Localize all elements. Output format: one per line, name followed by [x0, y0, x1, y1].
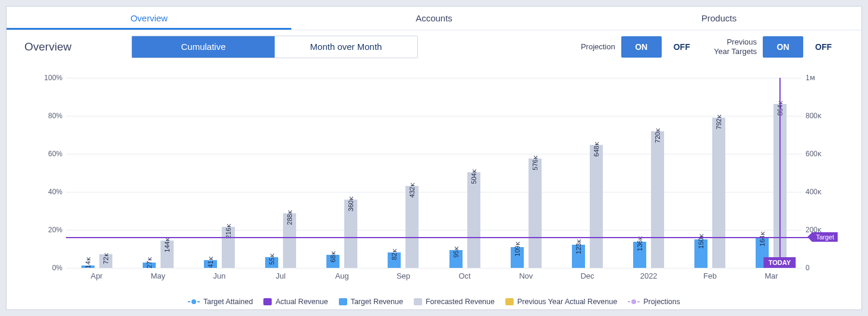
bar-target-revenue[interactable]: 55ᴋ — [265, 257, 278, 268]
bar-target-revenue[interactable]: 27ᴋ — [143, 263, 156, 268]
y-left-tick: 20% — [36, 226, 62, 234]
y-left-tick: 80% — [36, 112, 62, 120]
legend-forecasted-revenue: Forecasted Revenue — [414, 298, 495, 306]
chart-area: 0%020%200ᴋ40%400ᴋ60%600ᴋ80%800ᴋ100%1ᴍ14ᴋ… — [30, 72, 838, 286]
month-column: 41ᴋ216ᴋJun — [188, 78, 250, 268]
bar-target-revenue[interactable]: 68ᴋ — [326, 255, 339, 268]
bar-forecasted-revenue[interactable]: 648ᴋ — [590, 145, 603, 268]
y-right-tick: 1ᴍ — [806, 74, 832, 82]
seg-mom[interactable]: Month over Month — [275, 36, 417, 58]
view-mode-segmented: Cumulative Month over Month — [131, 36, 418, 58]
month-column: 55ᴋ288ᴋJul — [250, 78, 312, 268]
bar-forecasted-revenue[interactable]: 720ᴋ — [651, 131, 664, 268]
legend-target-revenue: Target Revenue — [339, 298, 403, 306]
seg-cumulative[interactable]: Cumulative — [132, 36, 275, 58]
y-left-tick: 100% — [36, 74, 62, 82]
legend-prev-year-actual: Previous Year Actual Revenue — [505, 298, 617, 306]
month-column: 14ᴋ72ᴋApr — [66, 78, 127, 268]
projection-off[interactable]: OFF — [662, 36, 702, 58]
y-right-tick: 400ᴋ — [806, 188, 832, 196]
bar-forecasted-revenue[interactable]: 576ᴋ — [529, 159, 542, 268]
legend-swatch-icon — [188, 301, 200, 302]
legend-swatch-icon — [339, 298, 347, 305]
tab-products[interactable]: Products — [577, 7, 861, 30]
bar-forecasted-revenue[interactable]: 432ᴋ — [405, 186, 419, 268]
bar-label: 14ᴋ — [84, 257, 92, 268]
bar-forecasted-revenue[interactable]: 144ᴋ — [161, 241, 174, 268]
x-tick-label: Apr — [66, 268, 127, 280]
dashboard-card: Overview Accounts Products Overview Cumu… — [6, 6, 862, 310]
legend-swatch-icon — [505, 298, 514, 305]
bar-label: 95ᴋ — [452, 247, 460, 257]
bar-label: 792ᴋ — [715, 115, 723, 129]
bar-target-revenue[interactable]: 82ᴋ — [388, 252, 401, 268]
projection-label: Projection — [581, 42, 615, 52]
bar-label: 576ᴋ — [531, 156, 539, 170]
projection-on[interactable]: ON — [621, 36, 662, 58]
month-column: 82ᴋ432ᴋSep — [373, 78, 434, 268]
x-tick-label: Oct — [434, 268, 495, 280]
x-tick-label: Mar — [741, 268, 802, 280]
y-left-tick: 40% — [36, 188, 62, 196]
prev-year-label-l2: Year Targets — [714, 47, 757, 56]
bar-label: 504ᴋ — [470, 169, 477, 184]
month-column: 164ᴋ864ᴋMar — [741, 78, 802, 268]
x-tick-label: Nov — [495, 268, 556, 280]
y-right-tick: 600ᴋ — [806, 150, 832, 158]
bar-label: 109ᴋ — [513, 242, 521, 256]
tab-accounts[interactable]: Accounts — [291, 7, 576, 30]
bar-target-revenue[interactable]: 109ᴋ — [511, 247, 524, 268]
bar-forecasted-revenue[interactable]: 792ᴋ — [712, 118, 725, 268]
bar-target-revenue[interactable]: 150ᴋ — [694, 239, 707, 268]
bar-label: 144ᴋ — [163, 238, 171, 252]
plot-area: 0%020%200ᴋ40%400ᴋ60%600ᴋ80%800ᴋ100%1ᴍ14ᴋ… — [66, 78, 802, 268]
month-column: 27ᴋ144ᴋMay — [127, 78, 188, 268]
bar-label: 123ᴋ — [574, 239, 582, 254]
projection-toggle: ON OFF — [621, 36, 702, 58]
x-tick-label: Sep — [373, 268, 434, 280]
legend-swatch-icon — [414, 298, 422, 305]
bar-forecasted-revenue[interactable]: 360ᴋ — [344, 200, 357, 268]
bar-target-revenue[interactable]: 136ᴋ — [633, 242, 646, 268]
controls-row: Overview Cumulative Month over Month Pro… — [7, 30, 861, 64]
bar-label: 164ᴋ — [759, 232, 766, 246]
prev-year-toggle: ON OFF — [763, 36, 844, 58]
legend-swatch-icon — [263, 298, 272, 305]
projection-marker — [779, 78, 781, 268]
target-tag: Target — [812, 232, 838, 242]
legend-label: Actual Revenue — [275, 298, 328, 306]
month-column: 68ᴋ360ᴋAug — [312, 78, 373, 268]
bar-label: 41ᴋ — [206, 257, 214, 267]
bar-label: 288ᴋ — [286, 210, 294, 225]
tab-overview[interactable]: Overview — [7, 7, 291, 30]
top-tabs: Overview Accounts Products — [7, 7, 861, 30]
bar-label: 72ᴋ — [102, 253, 109, 264]
prev-year-off[interactable]: OFF — [803, 36, 844, 58]
legend-label: Target Attained — [203, 298, 253, 306]
bar-target-revenue[interactable]: 123ᴋ — [572, 245, 585, 268]
prev-year-on[interactable]: ON — [763, 36, 803, 58]
month-column: 123ᴋ648ᴋDec — [556, 78, 618, 268]
legend-label: Forecasted Revenue — [426, 298, 495, 306]
month-column: 136ᴋ720ᴋ2022 — [618, 78, 680, 268]
page-title: Overview — [24, 40, 119, 53]
legend-projections: Projections — [628, 298, 680, 306]
bar-forecasted-revenue[interactable]: 504ᴋ — [467, 172, 480, 268]
bar-target-revenue[interactable]: 95ᴋ — [449, 250, 463, 268]
x-tick-label: May — [127, 268, 188, 280]
bar-label: 82ᴋ — [391, 249, 398, 260]
bar-forecasted-revenue[interactable]: 72ᴋ — [99, 254, 112, 268]
x-tick-label: Jun — [188, 268, 250, 280]
legend-label: Previous Year Actual Revenue — [517, 298, 617, 306]
legend-label: Projections — [643, 298, 680, 306]
prev-year-label-l1: Previous — [727, 37, 757, 46]
projection-toggle-group: Projection ON OFF — [581, 36, 702, 58]
bar-label: 68ᴋ — [329, 252, 337, 263]
bar-target-revenue[interactable]: 41ᴋ — [204, 260, 217, 268]
bar-forecasted-revenue[interactable]: 216ᴋ — [222, 227, 235, 268]
bar-label: 648ᴋ — [592, 142, 600, 156]
bar-forecasted-revenue[interactable]: 288ᴋ — [283, 213, 296, 268]
today-badge: TODAY — [764, 257, 795, 268]
bar-label: 720ᴋ — [654, 128, 662, 143]
x-tick-label: Aug — [312, 268, 373, 280]
